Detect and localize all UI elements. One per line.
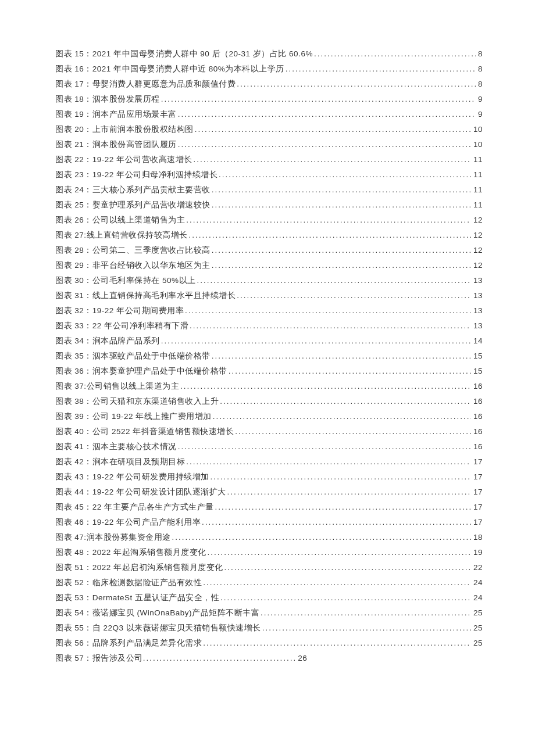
toc-prefix: 图表 20：: [55, 122, 92, 137]
toc-leader-dots: [185, 454, 471, 470]
toc-prefix: 图表 22：: [55, 152, 92, 167]
toc-leader-dots: [160, 92, 476, 107]
toc-prefix: 图表 27:: [55, 228, 87, 243]
toc-title: 泅本主要核心技术情况: [92, 439, 177, 454]
toc-prefix: 图表 41：: [55, 439, 92, 454]
toc-title: 婴童护理系列产品营收增速较快: [92, 198, 211, 213]
toc-leader-dots: [160, 334, 471, 349]
toc-leader-dots: [226, 485, 471, 500]
toc-page-number: 24: [471, 590, 483, 605]
toc-title: 22 年公司净利率稍有下滑: [92, 318, 188, 334]
toc-title: 泅本驱蚊产品处于中低端价格带: [92, 349, 211, 364]
toc-prefix: 图表 39：: [55, 409, 92, 424]
toc-entry: 图表 23： 19-22 年公司归母净利泅持续增长 11: [55, 167, 483, 182]
toc-leader-dots: [261, 621, 471, 636]
toc-title: 19-22 年公司研发设计团队逐渐扩大: [92, 485, 226, 500]
toc-page-number: 16: [471, 409, 483, 424]
toc-prefix: 图表 53：: [55, 590, 92, 605]
toc-page-number: 24: [471, 575, 483, 590]
toc-page-number: 12: [471, 228, 483, 243]
toc-leader-dots: [211, 349, 471, 364]
toc-page-number: 12: [471, 213, 483, 228]
toc-title: 19-22 年公司研发费用持续增加: [92, 470, 209, 485]
toc-page-number: 11: [471, 182, 483, 198]
toc-leader-dots: [206, 545, 471, 560]
toc-page-number: 17: [471, 485, 483, 500]
toc-prefix: 图表 48：: [55, 545, 92, 560]
toc-prefix: 图表 16：: [55, 62, 92, 77]
toc-entry: 图表 30：公司毛利率保持在 50%以上 13: [55, 273, 483, 288]
toc-title: 自 22Q3 以来薇诺娜宝贝天猫销售额快速增长: [92, 621, 261, 636]
toc-leader-dots: [188, 228, 471, 243]
toc-entry: 图表 29：非平台经销收入以华东地区为主12: [55, 258, 483, 273]
toc-page-number: 15: [471, 349, 483, 364]
toc-entry: 图表 18：泅本股份发展历程 9: [55, 92, 483, 107]
toc-leader-dots: [201, 515, 471, 530]
toc-entry: 图表 43： 19-22 年公司研发费用持续增加 17: [55, 470, 483, 485]
toc-page-number: 13: [471, 318, 483, 334]
toc-prefix: 图表 51：: [55, 560, 92, 575]
toc-title: 非平台经销收入以华东地区为主: [92, 258, 211, 273]
toc-page-number: 8: [476, 62, 483, 77]
toc-prefix: 图表 56：: [55, 636, 92, 651]
toc-title: 19-22 年公司营收高速增长: [92, 152, 192, 167]
toc-entry: 图表 55：自 22Q3 以来薇诺娜宝贝天猫销售额快速增长 25: [55, 621, 483, 636]
toc-leader-dots: [177, 439, 471, 454]
toc-title: 线上直销营收保持较高增长: [87, 228, 188, 243]
toc-page-number: 17: [471, 470, 483, 485]
toc-page-number: 14: [471, 334, 483, 349]
toc-page-number: 9: [476, 107, 483, 122]
toc-page-number: 16: [471, 424, 483, 439]
toc-leader-dots: [188, 318, 471, 334]
toc-entry: 图表 36：润本婴童护理产品处于中低端价格带15: [55, 364, 483, 379]
toc-leader-dots: [202, 575, 471, 590]
toc-entry: 图表 34：涧本品牌产品系列14: [55, 334, 483, 349]
toc-prefix: 图表 34：: [55, 334, 92, 349]
toc-leader-dots: [214, 500, 471, 515]
toc-prefix: 图表 25：: [55, 198, 92, 213]
toc-title: 2021 年中国母婴消费人群中近 80%为本科以上学历: [92, 62, 284, 77]
toc-entry: 图表 40：公司 2522 年抖音渠道销售额快速增长 16: [55, 424, 483, 439]
toc-leader-dots: [177, 137, 471, 152]
toc-entry: 图表 26：公司以线上渠道销售为主12: [55, 213, 483, 228]
toc-prefix: 图表 54：: [55, 605, 92, 621]
toc-title: 润本股份募集资金用途: [87, 530, 171, 545]
toc-title: 母婴消费人群更愿意为品质和颜值付费: [92, 77, 236, 92]
toc-title: 2021 年中国母婴消费人群中 90 后（20-31 岁）占比 60.6%: [92, 46, 313, 62]
toc-leader-dots: ........................................…: [143, 651, 297, 666]
table-of-figures-list: 图表 15：2021 年中国母婴消费人群中 90 后（20-31 岁）占比 60…: [55, 46, 483, 666]
toc-entry: 图表 22： 19-22 年公司营收高速增长 11: [55, 152, 483, 167]
toc-leader-dots: [313, 46, 476, 62]
toc-entry: 图表 46： 19-22 年公司产品产能利用率 17: [55, 515, 483, 530]
toc-entry: 图表 20：上市前润本股份股权结构图10: [55, 122, 483, 137]
toc-title: 公司以线上渠道销售为主: [92, 213, 186, 228]
toc-leader-dots: [223, 560, 471, 575]
toc-leader-dots: [177, 107, 476, 122]
toc-page-number: 17: [471, 454, 483, 470]
toc-leader-dots: [284, 62, 476, 77]
toc-title: 上市前润本股份股权结构图: [92, 122, 194, 137]
toc-page-number: 8: [476, 46, 483, 62]
toc-page-number: 10: [471, 137, 483, 152]
toc-entry: 图表 47:润本股份募集资金用途18: [55, 530, 483, 545]
toc-entry: 图表 27:线上直销营收保持较高增长12: [55, 228, 483, 243]
toc-page-number: 16: [471, 394, 483, 409]
toc-page-number: 12: [471, 258, 483, 273]
toc-page-number: 11: [471, 198, 483, 213]
toc-leader-dots: [209, 470, 471, 485]
toc-leader-dots: [217, 167, 471, 182]
toc-title: 2022 年起淘系销售额月度变化: [92, 545, 206, 560]
toc-prefix: 图表 35：: [55, 349, 92, 364]
toc-leader-dots: [211, 258, 471, 273]
toc-prefix: 图表 24：: [55, 182, 92, 198]
toc-leader-dots: [211, 182, 471, 198]
toc-entry: 图表 35：泅本驱蚊产品处于中低端价格带15: [55, 349, 483, 364]
toc-title: 公司 2522 年抖音渠道销售额快速增长: [92, 424, 234, 439]
toc-entry: 图表 37:公司销售以线上渠道为主16: [55, 379, 483, 394]
toc-leader-dots: [211, 243, 471, 258]
toc-leader-dots: [259, 605, 471, 621]
toc-entry: 图表 33： 22 年公司净利率稍有下滑 13: [55, 318, 483, 334]
toc-title: 品牌系列产品满足差异化需求: [92, 636, 202, 651]
toc-entry: 图表 54：薇诺娜宝贝 (WinOnaBaby)产品矩阵不断丰富 25: [55, 605, 483, 621]
toc-page-number: 13: [471, 288, 483, 303]
